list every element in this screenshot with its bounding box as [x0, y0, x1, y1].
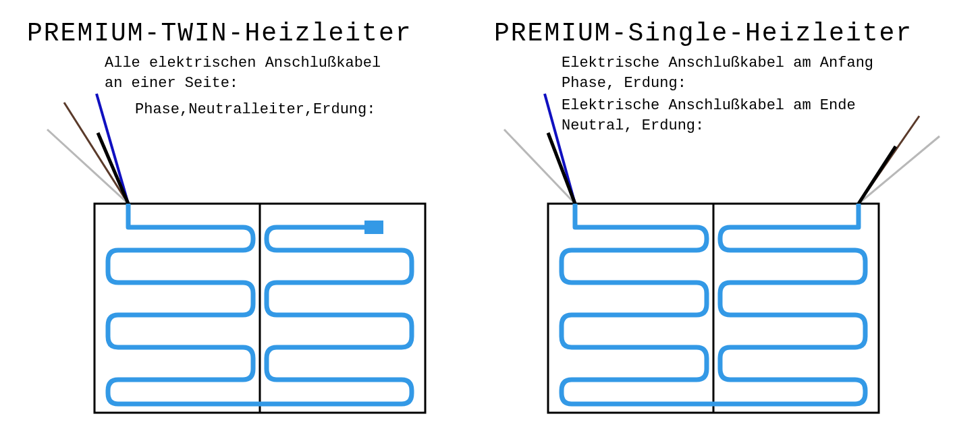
twin-text-3: Phase,Neutralleiter,Erdung: [105, 93, 381, 120]
twin-title: PREMIUM-TWIN-Heizleiter [27, 19, 486, 48]
twin-text-2: an einer Seite: [105, 74, 381, 94]
twin-text-1: Alle elektrischen Anschlußkabel [105, 53, 381, 74]
single-title: PREMIUM-Single-Heizleiter [494, 19, 953, 48]
twin-text-block: Alle elektrischen Anschlußkabel an einer… [105, 51, 381, 120]
single-text-1: Elektrische Anschlußkabel am Anfang [562, 53, 873, 74]
twin-end-cap [364, 221, 383, 234]
wire-sheath-right [859, 146, 896, 204]
single-text-block: Elektrische Anschlußkabel am Anfang Phas… [562, 51, 873, 136]
twin-column: PREMIUM-TWIN-Heizleiter Alle elektrische… [27, 13, 486, 416]
single-column: PREMIUM-Single-Heizleiter Elektrische An… [494, 13, 953, 416]
wire-sheath [98, 133, 128, 204]
diagram-row: PREMIUM-TWIN-Heizleiter Alle elektrische… [27, 13, 953, 416]
single-text-4: Neutral, Erdung: [562, 116, 873, 136]
wire-sheath-left [548, 133, 575, 204]
single-text-2: Phase, Erdung: [562, 74, 873, 94]
single-text-3: Elektrische Anschlußkabel am Ende [562, 93, 873, 116]
